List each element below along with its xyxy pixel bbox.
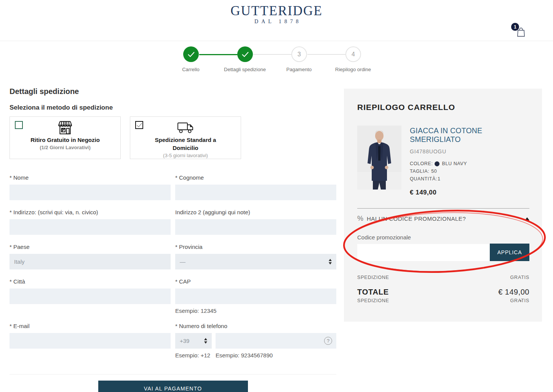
email-field[interactable] <box>10 333 171 349</box>
stepper-connector-done <box>199 54 237 55</box>
product-sku: GI4788UOGU <box>410 148 529 155</box>
cart-item: GIACCA IN COTONE SMERIGLIATO GI4788UOGU … <box>357 126 529 196</box>
cap-input[interactable] <box>175 288 336 304</box>
address-fields: * Nome * Cognome * Indirizzo: (scrivi qu… <box>10 174 336 359</box>
checkbox-checked[interactable] <box>135 121 143 129</box>
header: GUTTERIDGE DAL 1878 1 <box>0 0 553 41</box>
stepper-connector <box>307 54 345 55</box>
product-quantity: QUANTITÀ: 1 <box>410 175 529 183</box>
summary-divider <box>357 208 529 209</box>
shipping-label: SPEDIZIONE <box>357 275 389 280</box>
step-dettagli-circle[interactable] <box>237 46 253 62</box>
store-icon <box>26 120 104 135</box>
shipping-methods: Ritiro Gratuito in Negozio (1/2 Giorni L… <box>10 116 336 159</box>
total-shipping-label: SPEDIZIONE <box>357 298 389 303</box>
step-riepilogo-label: Riepilogo ordine <box>321 67 385 72</box>
cart-count-badge: 1 <box>511 23 519 31</box>
indirizzo2-label: Indirizzo 2 (aggiungi qui note) <box>175 209 336 215</box>
total-shipping-value: GRATIS <box>510 298 529 303</box>
go-to-payment-button[interactable]: VAI AL PAGAMENTO <box>98 381 248 392</box>
phone-prefix-value: +39 <box>180 338 202 344</box>
truck-icon <box>146 120 225 135</box>
step-pagamento-circle: 3 <box>291 46 307 62</box>
citta-input[interactable] <box>10 288 171 304</box>
promo-input-label: Codice promozionale <box>357 234 529 241</box>
page-title: Dettagli spedizione <box>10 87 336 96</box>
citta-label: * Città <box>10 278 171 285</box>
method-spedizione-standard[interactable]: Spedizione Standard a Domicilio (3-5 gio… <box>130 116 241 159</box>
indirizzo2-input[interactable] <box>175 219 336 235</box>
method-ritiro-negozio[interactable]: Ritiro Gratuito in Negozio (1/2 Giorni L… <box>10 116 121 159</box>
promo-toggle-label: HAI UN CODICE PROMOZIONALE? <box>367 215 466 222</box>
total-shipping-row: SPEDIZIONE GRATIS <box>357 298 529 303</box>
method-note: (1/2 Giorni Lavorativi) <box>26 145 104 150</box>
provincia-label: * Provincia <box>175 244 336 250</box>
select-arrows-icon <box>204 338 207 344</box>
checkout-stepper: 3 4 Carrello Dettagli spedizione Pagamen… <box>164 46 381 74</box>
percent-icon: % <box>357 215 363 223</box>
phone-prefix-hint: Esempio: +12 <box>175 352 216 359</box>
promo-code-input[interactable] <box>357 244 490 261</box>
shipping-value: GRATIS <box>510 275 529 280</box>
step-number: 3 <box>297 51 301 58</box>
cognome-label: * Cognome <box>175 174 336 181</box>
cognome-input[interactable] <box>175 185 336 200</box>
step-carrello-circle[interactable] <box>183 46 199 62</box>
shipping-method-subtitle: Seleziona il metodo di spedizione <box>10 104 336 112</box>
select-arrows-icon <box>329 259 332 265</box>
paese-value: Italy <box>14 258 166 265</box>
shipping-row: SPEDIZIONE GRATIS <box>357 275 529 280</box>
phone-hint: Esempio: 9234567890 <box>216 352 273 359</box>
total-value: € 149,00 <box>498 288 529 296</box>
color-swatch-blu-navy <box>435 161 440 166</box>
check-icon <box>136 123 142 127</box>
footnote-dot <box>520 300 521 301</box>
cap-hint: Esempio: 12345 <box>175 308 336 314</box>
step-riepilogo-circle: 4 <box>345 46 361 62</box>
paese-select[interactable]: Italy <box>10 254 171 269</box>
checkbox-unchecked[interactable] <box>15 121 23 129</box>
indirizzo-label: * Indirizzo: (scrivi qui: via, n. civico… <box>10 209 171 215</box>
telefono-label: * Numero di telefono <box>175 323 336 329</box>
apply-promo-button[interactable]: APPLICA <box>490 244 529 261</box>
phone-input[interactable] <box>216 333 336 349</box>
checkout-page: GUTTERIDGE DAL 1878 1 3 4 Carrello Detta <box>0 0 553 392</box>
product-image <box>357 126 401 190</box>
help-icon[interactable]: ? <box>324 337 332 345</box>
brand-logo[interactable]: GUTTERIDGE DAL 1878 <box>230 4 323 25</box>
email-label: * E-mail <box>10 323 171 329</box>
collapse-arrow-icon[interactable] <box>525 217 529 220</box>
form-divider <box>10 374 336 374</box>
cap-label: * CAP <box>175 278 336 285</box>
brand-tagline: DAL 1878 <box>230 19 323 25</box>
cart-button[interactable]: 1 <box>510 22 528 39</box>
paese-label: * Paese <box>10 244 171 250</box>
indirizzo-input[interactable] <box>10 219 171 235</box>
phone-prefix-select[interactable]: +39 <box>175 333 212 349</box>
check-icon <box>187 51 195 57</box>
total-row: TOTALE € 149,00 <box>357 288 529 296</box>
cart-summary-panel: RIEPILOGO CARRELLO <box>344 89 542 322</box>
provincia-value: — <box>180 258 326 265</box>
step-number: 4 <box>352 51 355 58</box>
check-icon <box>241 51 249 57</box>
shipping-form: Dettagli spedizione Seleziona il metodo … <box>10 87 336 392</box>
summary-title: RIEPILOGO CARRELLO <box>357 103 529 112</box>
product-name-link[interactable]: GIACCA IN COTONE SMERIGLIATO <box>410 126 529 144</box>
promo-toggle[interactable]: % HAI UN CODICE PROMOZIONALE? <box>357 215 529 223</box>
product-color: COLORE: BLU NAVY <box>410 160 529 167</box>
nome-label: * Nome <box>10 174 171 181</box>
product-size: TAGLIA: 50 <box>410 167 529 175</box>
provincia-select[interactable]: — <box>175 254 336 269</box>
method-label: Ritiro Gratuito in Negozio <box>26 136 104 144</box>
product-price: € 149,00 <box>410 189 529 196</box>
nome-input[interactable] <box>10 185 171 200</box>
method-label: Spedizione Standard a Domicilio <box>146 136 225 152</box>
stepper-connector <box>253 54 291 55</box>
brand-name: GUTTERIDGE <box>230 4 323 18</box>
method-note: (3-5 giorni lavorativi) <box>146 153 225 158</box>
total-label: TOTALE <box>357 288 389 296</box>
